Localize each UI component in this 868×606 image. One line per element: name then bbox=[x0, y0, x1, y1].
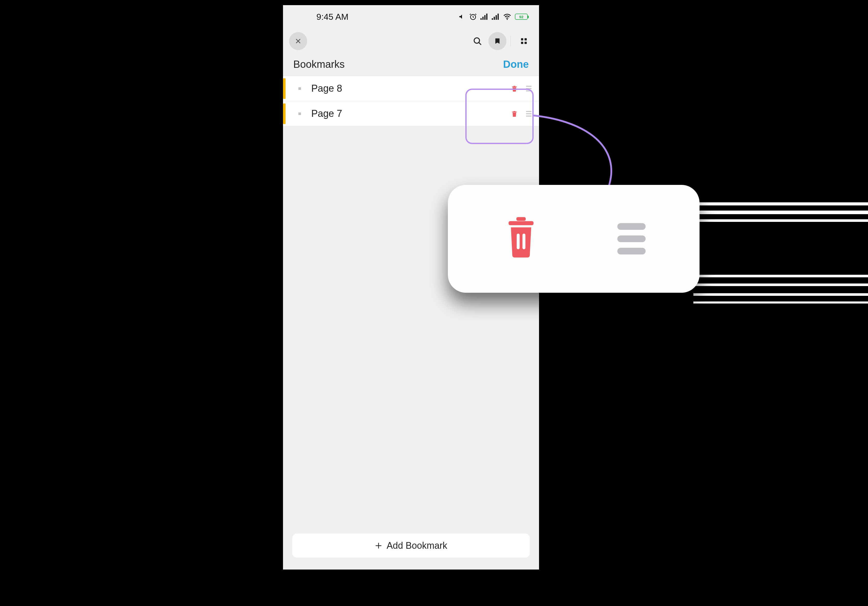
svg-rect-1 bbox=[480, 18, 482, 20]
wifi-icon bbox=[503, 13, 511, 20]
bookmark-list: Page 8 Page 7 bbox=[283, 76, 539, 126]
delete-button[interactable] bbox=[508, 110, 521, 118]
svg-rect-5 bbox=[492, 18, 493, 20]
svg-rect-8 bbox=[498, 14, 499, 20]
grid-icon bbox=[520, 37, 528, 45]
delete-button-zoom[interactable] bbox=[502, 217, 540, 261]
search-button[interactable] bbox=[468, 32, 487, 50]
signal-icon bbox=[480, 14, 488, 20]
close-icon bbox=[294, 37, 302, 45]
svg-rect-6 bbox=[494, 17, 495, 20]
bullet-icon bbox=[298, 87, 301, 90]
svg-rect-2 bbox=[482, 17, 484, 20]
svg-rect-18 bbox=[522, 234, 525, 250]
bullet-icon bbox=[298, 113, 301, 115]
svg-rect-11 bbox=[521, 38, 523, 40]
svg-rect-14 bbox=[525, 42, 527, 44]
status-icons: 92 bbox=[459, 13, 528, 20]
bookmark-button[interactable] bbox=[488, 32, 507, 50]
row-accent bbox=[283, 78, 285, 99]
search-icon bbox=[473, 36, 482, 46]
toolbar bbox=[283, 28, 539, 54]
alarm-icon bbox=[469, 13, 477, 20]
silent-icon bbox=[459, 13, 466, 20]
reorder-handle-zoom[interactable] bbox=[617, 223, 646, 254]
svg-rect-13 bbox=[521, 42, 523, 44]
drag-line bbox=[617, 236, 646, 242]
grid-button[interactable] bbox=[515, 32, 533, 50]
add-bookmark-button[interactable]: Add Bookmark bbox=[292, 533, 530, 558]
trash-icon bbox=[511, 85, 518, 93]
done-button[interactable]: Done bbox=[503, 59, 529, 70]
svg-rect-12 bbox=[525, 38, 527, 40]
trash-icon bbox=[511, 110, 518, 118]
plus-icon bbox=[375, 542, 382, 550]
delete-button[interactable] bbox=[508, 85, 521, 93]
battery-icon: 92 bbox=[515, 14, 528, 20]
reorder-handle[interactable] bbox=[521, 111, 539, 116]
row-accent bbox=[283, 104, 285, 124]
status-time: 9:45 AM bbox=[316, 12, 349, 22]
page-title: Bookmarks bbox=[293, 59, 345, 70]
svg-rect-3 bbox=[484, 15, 486, 20]
decorative-lines bbox=[693, 202, 868, 222]
svg-rect-16 bbox=[516, 217, 526, 221]
drag-icon bbox=[526, 86, 532, 91]
decorative-lines bbox=[693, 275, 868, 304]
svg-point-9 bbox=[507, 19, 508, 20]
trash-icon bbox=[502, 217, 540, 260]
bookmark-row[interactable]: Page 7 bbox=[283, 101, 539, 126]
drag-line bbox=[617, 248, 646, 254]
bookmark-icon bbox=[494, 37, 501, 45]
svg-rect-17 bbox=[517, 234, 520, 250]
bookmark-row[interactable]: Page 8 bbox=[283, 76, 539, 101]
bookmark-label: Page 7 bbox=[311, 108, 508, 119]
section-header: Bookmarks Done bbox=[283, 54, 539, 76]
status-bar: 9:45 AM 92 bbox=[283, 5, 539, 28]
reorder-handle[interactable] bbox=[521, 86, 539, 91]
svg-rect-4 bbox=[487, 14, 488, 20]
bookmark-label: Page 8 bbox=[311, 83, 508, 94]
drag-line bbox=[617, 223, 646, 230]
drag-icon bbox=[526, 111, 532, 116]
svg-rect-15 bbox=[508, 221, 533, 225]
footer: Add Bookmark bbox=[283, 526, 539, 570]
add-bookmark-label: Add Bookmark bbox=[386, 540, 447, 551]
close-button[interactable] bbox=[289, 32, 307, 50]
annotation-callout bbox=[448, 185, 699, 293]
divider bbox=[510, 36, 511, 46]
signal-icon-2 bbox=[492, 14, 499, 20]
svg-rect-7 bbox=[496, 15, 497, 20]
